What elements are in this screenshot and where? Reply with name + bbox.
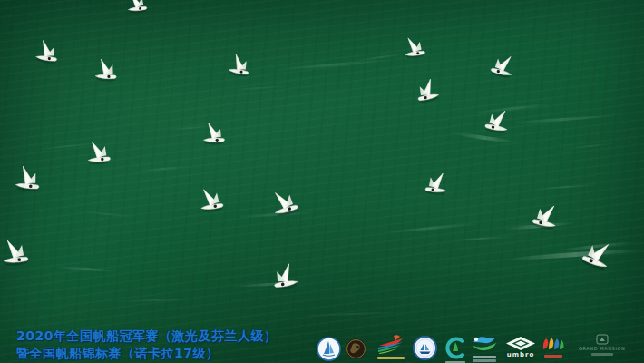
event-emblem-icon: [376, 333, 406, 355]
event-title-line1: 2020年全国帆船冠军赛（激光及芬兰人级）: [16, 328, 277, 345]
wave-icon: [471, 334, 498, 354]
event-emblem-microtext: [377, 357, 405, 359]
colorful-letters-icon: [541, 335, 566, 353]
sailboat: [90, 54, 124, 88]
sailboat: [407, 73, 446, 112]
sailboat-icon: [0, 232, 37, 274]
sailboat-icon: [30, 34, 67, 72]
sailboat: [122, 0, 154, 19]
water-streak: [82, 211, 136, 217]
sailboat-round-logo: [413, 336, 437, 360]
event-title: 2020年全国帆船冠军赛（激光及芬兰人级） 暨全国帆船锦标赛（诺卡拉17级）: [16, 328, 277, 362]
sailboat: [522, 195, 565, 238]
umbro-logo: umbro: [506, 337, 535, 358]
mascot-icon: [346, 338, 366, 359]
sailboat: [264, 182, 308, 226]
sailboat-icon: [417, 166, 453, 201]
umbro-wordmark: umbro: [507, 351, 535, 358]
sailboat-icon: [407, 73, 446, 112]
sailboat-icon: [571, 230, 621, 280]
group-red-microtext: [544, 355, 562, 358]
sail-ring-icon: [317, 337, 341, 361]
sailboat: [398, 31, 432, 64]
grand-mansion-microtext: [591, 353, 613, 356]
sailboat-icon: [222, 48, 258, 83]
colorful-group-logo: [541, 335, 566, 358]
grand-mansion-logo: GRAND MANSION: [579, 334, 625, 356]
sailboat: [193, 182, 232, 221]
sailboat: [82, 135, 119, 172]
sailboat-icon: [82, 135, 119, 172]
sailboat-icon: [90, 54, 124, 88]
grand-mansion-icon: [596, 334, 609, 345]
mascot-emblem-logo: [346, 338, 366, 359]
water-streak: [381, 222, 481, 234]
sailboat-icon: [482, 46, 522, 86]
c-sail-icon: [444, 337, 466, 359]
wave-logo: [471, 334, 498, 362]
sailboat-icon: [476, 102, 516, 142]
event-title-line2: 暨全国帆船锦标赛（诺卡拉17级）: [16, 345, 277, 362]
umbro-diamond-icon: [506, 337, 535, 350]
sailboat: [263, 257, 305, 299]
wave-microtext-1: [473, 356, 496, 358]
water-streak: [54, 266, 118, 273]
regatta-aerial-photo: 2020年全国帆船冠军赛（激光及芬兰人级） 暨全国帆船锦标赛（诺卡拉17级）: [0, 0, 644, 363]
sailboat: [571, 230, 621, 280]
yachting-association-logo: [317, 337, 341, 361]
sailboat-icon: [193, 182, 232, 221]
sailboat: [476, 102, 516, 142]
water-streak: [272, 58, 390, 71]
water-streak: [136, 165, 190, 172]
event-emblem-logo: [376, 333, 406, 359]
sailboat-icon: [9, 160, 49, 200]
sailboat: [9, 160, 49, 200]
sailboat: [417, 166, 453, 201]
c-sail-logo: [444, 337, 466, 363]
sailboat: [0, 232, 37, 274]
sailboat: [199, 118, 231, 151]
sailboat-icon: [264, 182, 308, 226]
sailboat-icon: [122, 0, 154, 19]
water-streak: [109, 298, 200, 302]
wave-microtext-2: [473, 359, 496, 362]
water-streak: [508, 114, 617, 124]
water-streak: [227, 85, 290, 92]
sailboat-icon: [263, 257, 305, 299]
sailboat: [482, 46, 522, 86]
sailboat: [222, 48, 258, 83]
sailboat: [30, 34, 67, 72]
water-streak: [444, 236, 517, 241]
sailboat-ring-icon: [413, 336, 437, 360]
sailboat-icon: [199, 118, 231, 151]
sailboat-icon: [522, 195, 565, 238]
water-streak: [535, 184, 599, 191]
water-streak: [562, 142, 617, 150]
water-streak: [299, 311, 408, 317]
sailboat-icon: [398, 31, 432, 64]
grand-mansion-wordmark: GRAND MANSION: [579, 346, 625, 351]
